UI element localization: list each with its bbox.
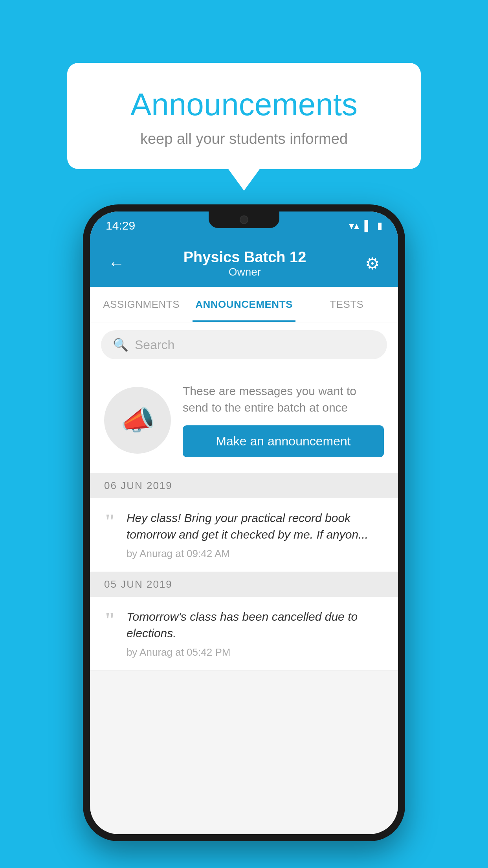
announcement-content-2: Tomorrow's class has been cancelled due … <box>127 609 384 658</box>
speech-bubble-section: Announcements keep all your students inf… <box>67 63 421 191</box>
phone-camera <box>240 215 248 224</box>
phone-notch <box>209 211 279 228</box>
announcement-prompt-right: These are messages you want to send to t… <box>183 383 384 457</box>
speech-bubble: Announcements keep all your students inf… <box>67 63 421 169</box>
announcement-meta-1: by Anurag at 09:42 AM <box>127 548 384 560</box>
settings-button[interactable]: ⚙ <box>361 250 384 277</box>
speech-bubble-title: Announcements <box>99 86 389 123</box>
tab-tests[interactable]: TESTS <box>295 287 398 322</box>
app-bar-title-block: Physics Batch 12 Owner <box>183 249 306 278</box>
announcement-text-2: Tomorrow's class has been cancelled due … <box>127 609 384 642</box>
announcement-content-1: Hey class! Bring your practical record b… <box>127 510 384 560</box>
announcement-text-1: Hey class! Bring your practical record b… <box>127 510 384 543</box>
quote-icon-2: " <box>104 610 116 631</box>
announcement-meta-2: by Anurag at 05:42 PM <box>127 646 384 658</box>
status-time: 14:29 <box>106 219 135 232</box>
back-button[interactable]: ← <box>104 250 128 277</box>
screen-content: 🔍 Search 📣 These are messages you want t… <box>90 322 398 834</box>
announcement-prompt-text: These are messages you want to send to t… <box>183 383 384 416</box>
phone-outer: 14:29 ▾▴ ▌ ▮ ← Physics Batch 12 Owner ⚙ <box>83 204 405 841</box>
tabs-bar: ASSIGNMENTS ANNOUNCEMENTS TESTS <box>90 287 398 322</box>
announcement-item-2[interactable]: " Tomorrow's class has been cancelled du… <box>90 597 398 671</box>
phone-screen: 14:29 ▾▴ ▌ ▮ ← Physics Batch 12 Owner ⚙ <box>90 211 398 834</box>
search-icon: 🔍 <box>113 337 128 352</box>
wifi-icon: ▾▴ <box>349 220 359 232</box>
app-bar-subtitle: Owner <box>229 266 261 278</box>
signal-icon: ▌ <box>365 220 372 232</box>
make-announcement-button[interactable]: Make an announcement <box>183 425 384 457</box>
tab-announcements[interactable]: ANNOUNCEMENTS <box>193 287 295 322</box>
app-bar: ← Physics Batch 12 Owner ⚙ <box>90 240 398 287</box>
tab-assignments[interactable]: ASSIGNMENTS <box>90 287 193 322</box>
speech-bubble-tail <box>228 169 260 191</box>
search-container: 🔍 Search <box>90 322 398 367</box>
search-input-wrapper[interactable]: 🔍 Search <box>101 330 387 359</box>
date-separator-1: 06 JUN 2019 <box>90 473 398 498</box>
speech-bubble-subtitle: keep all your students informed <box>99 131 389 147</box>
announcement-item-1[interactable]: " Hey class! Bring your practical record… <box>90 498 398 572</box>
status-icons: ▾▴ ▌ ▮ <box>349 220 382 232</box>
announcement-prompt: 📣 These are messages you want to send to… <box>90 367 398 473</box>
date-separator-2: 05 JUN 2019 <box>90 572 398 597</box>
announcement-icon: 📣 <box>104 387 171 454</box>
battery-icon: ▮ <box>377 220 382 231</box>
megaphone-icon: 📣 <box>121 404 155 436</box>
search-placeholder: Search <box>135 338 174 352</box>
app-bar-title: Physics Batch 12 <box>183 249 306 266</box>
quote-icon-1: " <box>104 511 116 532</box>
phone-mockup: 14:29 ▾▴ ▌ ▮ ← Physics Batch 12 Owner ⚙ <box>83 204 405 841</box>
